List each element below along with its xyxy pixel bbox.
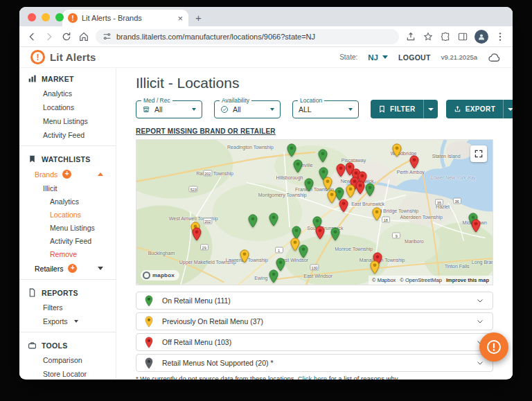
chevron-up-icon[interactable] bbox=[98, 172, 103, 176]
map-pin-red[interactable] bbox=[471, 219, 481, 233]
click-here-link[interactable]: Click here bbox=[298, 375, 327, 380]
window-zoom-button[interactable] bbox=[55, 13, 64, 21]
sidebar-item-market-locations[interactable]: Locations bbox=[19, 100, 116, 114]
filter-button[interactable]: FILTER bbox=[371, 100, 423, 118]
sidebar-divider bbox=[19, 279, 116, 280]
filter-dropdown-button[interactable] bbox=[423, 100, 438, 118]
support-fab[interactable] bbox=[479, 332, 508, 362]
map-pin-yellow[interactable] bbox=[327, 190, 337, 204]
export-button[interactable]: EXPORT bbox=[446, 100, 504, 118]
export-dropdown-button[interactable] bbox=[503, 100, 513, 118]
map-pin-red[interactable] bbox=[192, 227, 202, 241]
sidebar-item-market-menu-listings[interactable]: Menu Listings bbox=[19, 114, 116, 128]
add-retailer-button[interactable]: + bbox=[68, 264, 77, 273]
chevron-down-icon bbox=[192, 108, 196, 111]
map-pin-red[interactable] bbox=[315, 226, 325, 240]
report-missing-link[interactable]: REPORT MISSING BRAND OR RETAILER bbox=[136, 127, 276, 135]
map-pin-green[interactable] bbox=[269, 213, 278, 226]
app-logo[interactable]: ! Lit Alerts bbox=[30, 50, 96, 64]
map-pin-yellow[interactable] bbox=[370, 260, 380, 274]
bookmark-star-icon[interactable] bbox=[423, 31, 434, 42]
cloud-sync-icon[interactable] bbox=[488, 52, 502, 63]
map-pin-green[interactable] bbox=[304, 178, 314, 192]
map-pin-green[interactable] bbox=[293, 159, 303, 173]
tab-close-icon[interactable]: × bbox=[177, 14, 183, 23]
home-button[interactable] bbox=[78, 31, 89, 42]
legend-row-on-retail-menu[interactable]: On Retail Menu (111) bbox=[136, 292, 493, 310]
sidebar-item-illicit-locations[interactable]: Locations bbox=[19, 208, 116, 222]
chevron-down-icon bbox=[428, 108, 434, 111]
state-value: NJ bbox=[368, 53, 378, 62]
map-fullscreen-button[interactable] bbox=[470, 145, 487, 162]
back-button[interactable] bbox=[26, 31, 37, 42]
map-pin-yellow[interactable] bbox=[372, 207, 382, 221]
map-pin-green[interactable] bbox=[318, 149, 328, 163]
legend-row-off-retail-menu[interactable]: Off Retail Menu (103) bbox=[136, 333, 493, 351]
legend-row-not-supported[interactable]: Retail Menus Not Supported (20) * bbox=[136, 354, 493, 372]
browser-tab[interactable]: ! Lit Alerts - Brands × bbox=[62, 10, 188, 26]
sidebar-item-brand-illicit[interactable]: Illicit bbox=[19, 181, 116, 195]
sidebar-item-market-activity-feed[interactable]: Activity Feed bbox=[19, 128, 116, 142]
sidebar-item-brands[interactable]: Brands + bbox=[19, 167, 116, 181]
map[interactable]: Readington TownshipManvillePiscatawayWoo… bbox=[136, 139, 493, 285]
mapbox-attribution-link[interactable]: © Mapbox bbox=[372, 277, 396, 283]
url-bar[interactable]: brands.litalerts.com/manufacturer/locati… bbox=[96, 29, 399, 44]
legend-row-previously-on-retail-menu[interactable]: Previously On Retail Menu (37) bbox=[136, 312, 493, 330]
map-pin-yellow[interactable] bbox=[346, 184, 355, 198]
red-pin-icon bbox=[145, 337, 153, 348]
profile-avatar[interactable] bbox=[475, 30, 488, 44]
window-minimize-button[interactable] bbox=[42, 13, 50, 21]
sidebar-section-reports: REPORTS bbox=[19, 283, 116, 301]
map-town-label: Aberdeen Township bbox=[400, 214, 443, 219]
map-pin-red[interactable] bbox=[409, 155, 419, 169]
route-shield: 523 bbox=[189, 186, 198, 193]
window-close-button[interactable] bbox=[28, 13, 36, 21]
sidebar-item-tools-store-locator[interactable]: Store Locator bbox=[19, 367, 116, 379]
location-select[interactable]: Location ALL bbox=[292, 100, 359, 118]
improve-map-link[interactable]: Improve this map bbox=[446, 277, 489, 283]
new-tab-button[interactable]: + bbox=[195, 12, 202, 24]
sidebar-item-retailers[interactable]: Retailers + bbox=[19, 261, 116, 276]
sidebar-item-illicit-menu-listings[interactable]: Menu Listings bbox=[19, 222, 116, 235]
browser-menu-icon[interactable] bbox=[495, 31, 506, 42]
mapbox-logo[interactable]: mapbox bbox=[141, 270, 179, 280]
sidebar-item-reports-exports[interactable]: Exports bbox=[19, 314, 116, 328]
logout-button[interactable]: LOGOUT bbox=[398, 53, 431, 62]
map-pin-green[interactable] bbox=[330, 227, 340, 241]
add-brand-button[interactable]: + bbox=[62, 170, 71, 179]
reload-button[interactable] bbox=[61, 31, 72, 42]
map-pin-yellow[interactable] bbox=[240, 249, 249, 263]
med-rec-select[interactable]: Med / Rec All bbox=[136, 100, 202, 118]
site-settings-icon[interactable] bbox=[103, 32, 112, 41]
map-pin-yellow[interactable] bbox=[323, 177, 332, 190]
map-pin-green[interactable] bbox=[287, 143, 296, 157]
sidebar-item-illicit-activity-feed[interactable]: Activity Feed bbox=[19, 235, 116, 248]
map-town-label: Long Branch bbox=[472, 259, 493, 264]
map-town-label: Staten Island bbox=[432, 153, 461, 158]
gray-pin-icon bbox=[145, 357, 153, 369]
map-pin-red[interactable] bbox=[336, 163, 346, 177]
side-panel-icon[interactable] bbox=[457, 31, 468, 42]
sidebar-item-reports-filters[interactable]: Filters bbox=[19, 301, 116, 314]
map-pin-red[interactable] bbox=[339, 199, 348, 213]
sidebar-divider bbox=[19, 332, 116, 332]
sidebar-item-tools-comparison[interactable]: Comparison bbox=[19, 353, 116, 367]
map-pin-red[interactable] bbox=[355, 181, 365, 195]
extensions-icon[interactable] bbox=[440, 31, 451, 42]
availability-select[interactable]: Availability All bbox=[214, 100, 281, 118]
sidebar-item-market-analytics[interactable]: Analytics bbox=[19, 87, 116, 100]
map-pin-yellow[interactable] bbox=[392, 143, 402, 157]
share-icon[interactable] bbox=[405, 31, 416, 42]
map-pin-green[interactable] bbox=[365, 183, 375, 197]
chevron-down-icon[interactable] bbox=[98, 267, 103, 270]
map-pin-green[interactable] bbox=[269, 269, 278, 283]
osm-attribution-link[interactable]: © OpenStreetMap bbox=[400, 277, 442, 283]
map-pin-green[interactable] bbox=[248, 214, 258, 228]
sidebar-item-illicit-remove[interactable]: Remove bbox=[19, 248, 116, 261]
macos-window-controls bbox=[28, 13, 64, 21]
forward-button[interactable] bbox=[44, 31, 55, 42]
state-select[interactable]: NJ bbox=[368, 53, 388, 62]
map-pin-green[interactable] bbox=[299, 244, 308, 258]
map-town-label: Readington Township bbox=[227, 145, 274, 150]
sidebar-item-illicit-analytics[interactable]: Analytics bbox=[19, 195, 116, 208]
